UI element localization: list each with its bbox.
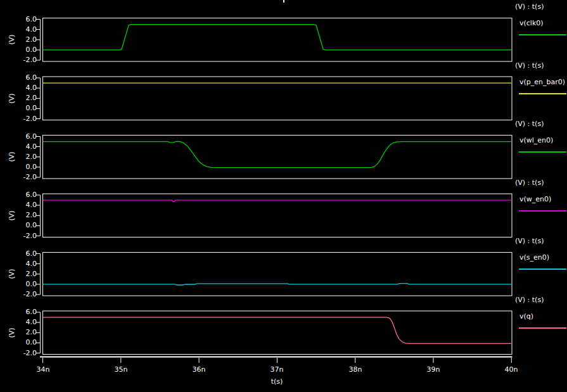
panel-header: (V) : t(s): [515, 120, 544, 128]
y-tick-label: -2.0: [11, 173, 37, 181]
y-axis-label: (V): [8, 28, 16, 51]
y-tick-label: 6.0: [11, 250, 37, 258]
signal-label[interactable]: v(p_en_bar0): [519, 78, 565, 86]
legend-swatch[interactable]: [519, 93, 566, 94]
signal-label[interactable]: v(w_en0): [519, 195, 551, 203]
x-tick-label: 37n: [264, 365, 290, 374]
y-tick-label: -2.0: [11, 290, 37, 298]
waveform-viewer: 6.04.02.00.0-2.0(V)(V) : t(s)v(clk0)6.04…: [0, 0, 567, 392]
x-tick-label: 39n: [421, 365, 446, 374]
legend-swatch[interactable]: [519, 269, 566, 270]
signal-label[interactable]: v(s_en0): [519, 253, 549, 262]
plot-panel[interactable]: [43, 18, 512, 61]
y-tick-label: -2.0: [11, 115, 37, 123]
x-tick-label: 40n: [499, 365, 524, 374]
x-tick-label: 38n: [343, 365, 368, 374]
panel-header: (V) : t(s): [515, 61, 544, 70]
panel-header: (V) : t(s): [515, 237, 544, 245]
panel-header: (V) : t(s): [515, 3, 544, 11]
signal-label[interactable]: v(clk0): [519, 19, 544, 27]
signal-label[interactable]: v(q): [519, 312, 533, 320]
plot-panel[interactable]: [43, 253, 512, 296]
y-axis-label: (V): [8, 205, 16, 227]
x-axis-title: t(s): [264, 377, 290, 386]
plot-panel[interactable]: [43, 312, 512, 355]
y-tick-label: 6.0: [11, 15, 37, 23]
legend-swatch[interactable]: [519, 210, 566, 212]
y-tick-label: -2.0: [11, 56, 37, 64]
y-axis-label: (V): [8, 87, 16, 110]
y-tick-label: 6.0: [11, 73, 37, 82]
panel-header: (V) : t(s): [515, 296, 544, 304]
x-tick-label: 35n: [108, 365, 134, 374]
y-tick-label: 6.0: [11, 132, 37, 141]
legend-swatch[interactable]: [519, 151, 566, 153]
y-tick-label: 6.0: [11, 308, 37, 316]
plot-panel[interactable]: [43, 136, 512, 179]
y-tick-label: 6.0: [11, 191, 37, 199]
plot-panel[interactable]: [43, 77, 512, 120]
y-axis-label: (V): [8, 263, 16, 286]
y-tick-label: -2.0: [11, 349, 37, 357]
legend-swatch[interactable]: [519, 327, 566, 329]
legend-swatch[interactable]: [519, 34, 566, 35]
y-tick-label: -2.0: [11, 232, 37, 240]
x-tick-label: 34n: [30, 365, 56, 374]
y-axis-label: (V): [8, 322, 16, 345]
x-tick-label: 36n: [186, 365, 212, 374]
plot-panel[interactable]: [43, 194, 512, 237]
signal-label[interactable]: v(wl_en0): [519, 136, 553, 144]
y-axis-label: (V): [8, 146, 16, 168]
panel-header: (V) : t(s): [515, 179, 544, 187]
